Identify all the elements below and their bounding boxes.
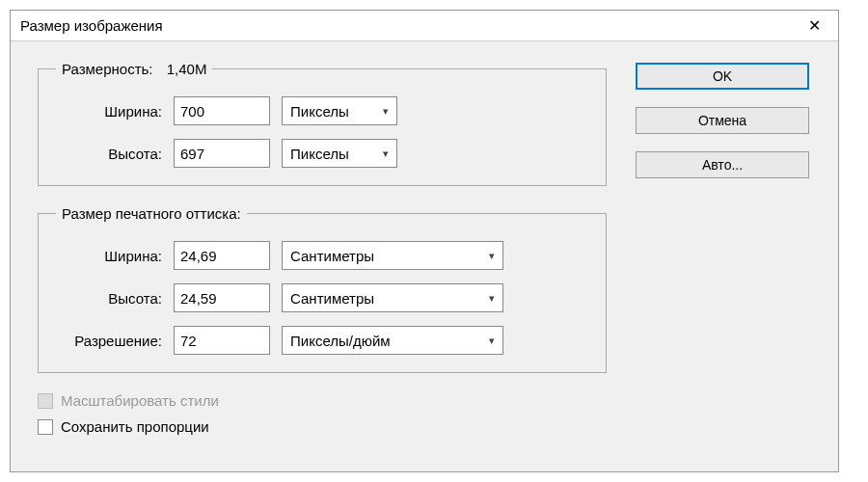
cancel-button[interactable]: Отмена [636, 107, 809, 134]
print-height-label: Высота: [56, 290, 162, 307]
chevron-down-icon: ▾ [481, 250, 502, 262]
pixel-height-label: Высота: [56, 146, 162, 162]
ok-button[interactable]: OK [636, 63, 809, 90]
print-size-legend: Размер печатного оттиска: [56, 205, 247, 222]
chevron-down-icon: ▾ [375, 147, 396, 160]
resolution-label: Разрешение: [56, 333, 162, 349]
chevron-down-icon: ▾ [375, 105, 396, 118]
auto-button[interactable]: Авто... [636, 151, 809, 178]
pixel-width-unit-select[interactable]: Пикселы ▾ [282, 96, 397, 125]
close-icon[interactable]: ✕ [800, 16, 828, 35]
constrain-proportions-checkbox[interactable] [38, 419, 53, 435]
print-width-unit-select[interactable]: Сантиметры ▾ [282, 241, 503, 270]
pixel-height-unit-select[interactable]: Пикселы ▾ [282, 139, 397, 168]
image-size-dialog: Размер изображения ✕ Размерность: 1,40M … [10, 10, 839, 472]
resolution-unit-select[interactable]: Пикселы/дюйм ▾ [282, 326, 503, 355]
pixel-width-label: Ширина: [56, 103, 162, 120]
scale-styles-label: Масштабировать стили [61, 392, 219, 409]
pixel-width-unit-text: Пикселы [283, 103, 375, 120]
constrain-proportions-label: Сохранить пропорции [61, 418, 209, 435]
print-width-unit-text: Сантиметры [283, 248, 481, 264]
print-width-input[interactable] [174, 241, 270, 270]
chevron-down-icon: ▾ [481, 292, 502, 305]
pixel-dimensions-legend-text: Размерность: [62, 61, 153, 77]
pixel-dimensions-total: 1,40M [167, 61, 207, 77]
chevron-down-icon: ▾ [481, 335, 502, 347]
pixel-height-input[interactable] [174, 139, 270, 168]
titlebar: Размер изображения ✕ [11, 11, 838, 41]
pixel-width-input[interactable] [174, 96, 270, 125]
dialog-title: Размер изображения [20, 17, 163, 34]
resolution-input[interactable] [174, 326, 270, 355]
print-height-unit-text: Сантиметры [283, 290, 481, 307]
pixel-height-unit-text: Пикселы [283, 146, 375, 162]
print-size-group: Размер печатного оттиска: Ширина: Сантим… [38, 205, 607, 373]
pixel-dimensions-group: Размерность: 1,40M Ширина: Пикселы ▾ Выс… [38, 61, 607, 186]
print-height-input[interactable] [174, 283, 270, 312]
print-width-label: Ширина: [56, 248, 162, 264]
scale-styles-checkbox [38, 393, 53, 409]
print-height-unit-select[interactable]: Сантиметры ▾ [282, 283, 503, 312]
resolution-unit-text: Пикселы/дюйм [283, 333, 481, 349]
pixel-dimensions-legend: Размерность: 1,40M [56, 61, 212, 77]
